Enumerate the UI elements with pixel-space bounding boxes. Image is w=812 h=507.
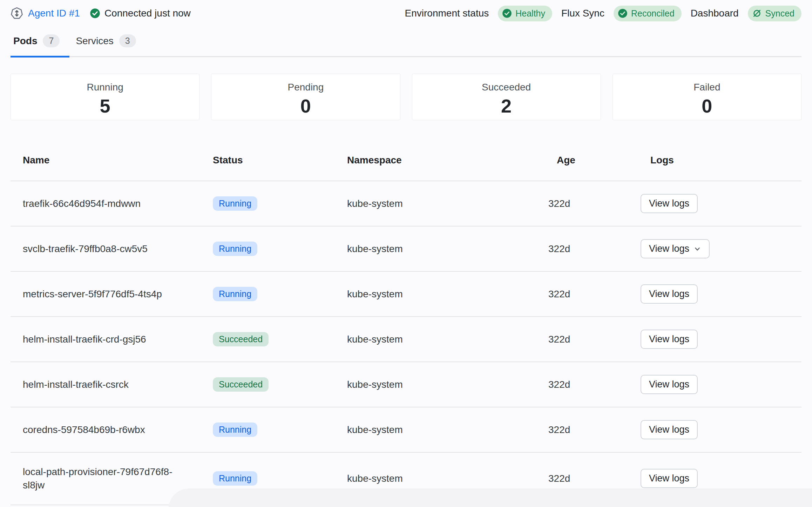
table-row: helm-install-traefik-crd-gsj56 Succeeded… [11, 317, 801, 362]
column-header-name: Name [11, 141, 213, 181]
pod-name: helm-install-traefik-crd-gsj56 [23, 333, 191, 346]
namespace-cell: kube-system [347, 317, 548, 362]
status-badge: Running [213, 196, 257, 211]
top-bar: Agent ID #1 Connected just now Environme… [0, 0, 812, 25]
view-logs-button[interactable]: View logs [641, 420, 698, 439]
view-logs-label: View logs [649, 379, 689, 390]
environment-status-badge-label: Healthy [515, 8, 545, 19]
dashboard-sync-badge: Synced [748, 6, 801, 21]
status-badge: Running [213, 471, 257, 486]
pod-name: local-path-provisioner-79f67d76f8-sl8jw [23, 465, 191, 492]
age-cell: 322d [548, 317, 641, 362]
view-logs-button[interactable]: View logs [641, 469, 698, 488]
view-logs-label: View logs [649, 473, 689, 484]
tab-bar: Pods 7 Services 3 [11, 31, 801, 57]
view-logs-label: View logs [649, 289, 689, 299]
table-row: coredns-597584b69b-r6wbx Running kube-sy… [11, 407, 801, 452]
environment-status-badge: Healthy [498, 6, 552, 21]
card-failed-value: 0 [613, 95, 801, 117]
bottom-panel [168, 488, 812, 507]
view-logs-button[interactable]: View logs [641, 194, 698, 213]
tab-services-label: Services [76, 35, 113, 47]
view-logs-button[interactable]: View logs [641, 330, 698, 349]
namespace-cell: kube-system [347, 226, 548, 271]
namespace-cell: kube-system [347, 407, 548, 452]
dashboard-sync-badge-label: Synced [765, 8, 794, 19]
agent-heptagon-icon [11, 7, 23, 20]
connection-status-text: Connected just now [104, 8, 191, 19]
view-logs-button[interactable]: View logs [641, 239, 710, 258]
age-cell: 322d [548, 407, 641, 452]
card-running-value: 5 [11, 95, 199, 117]
age-cell: 322d [548, 181, 641, 226]
card-pending: Pending 0 [211, 74, 400, 120]
column-header-age: Age [548, 141, 641, 181]
flux-sync-badge: Reconciled [614, 6, 682, 21]
table-row: traefik-66c46d954f-mdwwn Running kube-sy… [11, 181, 801, 226]
view-logs-label: View logs [649, 424, 689, 435]
pod-name: metrics-server-5f9f776df5-4ts4p [23, 288, 191, 301]
summary-cards: Running 5 Pending 0 Succeeded 2 Failed 0 [11, 74, 801, 120]
status-badge: Running [213, 287, 257, 301]
column-header-namespace: Namespace [347, 141, 548, 181]
check-circle-icon [502, 8, 512, 18]
check-circle-icon [618, 8, 628, 18]
status-badge: Running [213, 422, 257, 437]
namespace-cell: kube-system [347, 181, 548, 226]
tab-services-count-badge: 3 [119, 34, 136, 47]
card-failed: Failed 0 [613, 74, 801, 120]
sync-slash-circle-icon [752, 8, 762, 18]
check-circle-icon [90, 8, 100, 19]
namespace-cell: kube-system [347, 271, 548, 317]
age-cell: 322d [548, 271, 641, 317]
view-logs-label: View logs [649, 198, 689, 209]
card-succeeded-label: Succeeded [412, 82, 601, 93]
card-running-label: Running [11, 82, 199, 93]
namespace-cell: kube-system [347, 362, 548, 407]
pod-name: traefik-66c46d954f-mdwwn [23, 197, 191, 210]
card-pending-label: Pending [211, 82, 400, 93]
card-failed-label: Failed [613, 82, 801, 93]
tab-pods[interactable]: Pods 7 [11, 31, 69, 58]
column-header-logs: Logs [641, 141, 801, 181]
table-header-row: Name Status Namespace Age Logs [11, 141, 801, 181]
table-row: helm-install-traefik-csrck Succeeded kub… [11, 362, 801, 407]
status-badge: Succeeded [213, 332, 269, 346]
pod-name: coredns-597584b69b-r6wbx [23, 423, 191, 437]
card-running: Running 5 [11, 74, 199, 120]
flux-sync-badge-label: Reconciled [631, 8, 675, 19]
view-logs-label: View logs [649, 243, 689, 254]
flux-sync-label: Flux Sync [561, 8, 604, 19]
tab-pods-label: Pods [13, 35, 37, 47]
view-logs-button[interactable]: View logs [641, 375, 698, 394]
age-cell: 322d [548, 226, 641, 271]
chevron-down-icon [693, 245, 701, 253]
card-pending-value: 0 [211, 95, 400, 117]
table-row: svclb-traefik-79ffb0a8-cw5v5 Running kub… [11, 226, 801, 271]
dashboard-label: Dashboard [691, 8, 739, 19]
card-succeeded: Succeeded 2 [412, 74, 601, 120]
environment-status-label: Environment status [405, 8, 489, 19]
pods-table: Name Status Namespace Age Logs traefik-6… [11, 141, 801, 505]
tab-pods-count-badge: 7 [43, 34, 60, 47]
view-logs-button[interactable]: View logs [641, 284, 698, 304]
table-row: metrics-server-5f9f776df5-4ts4p Running … [11, 271, 801, 317]
status-badge: Running [213, 242, 257, 256]
status-badge: Succeeded [213, 377, 269, 392]
card-succeeded-value: 2 [412, 95, 601, 117]
age-cell: 322d [548, 362, 641, 407]
tab-services[interactable]: Services 3 [73, 31, 146, 58]
pod-name: helm-install-traefik-csrck [23, 378, 191, 391]
agent-id-link[interactable]: Agent ID #1 [28, 8, 80, 19]
view-logs-label: View logs [649, 334, 689, 345]
column-header-status: Status [213, 141, 347, 181]
pod-name: svclb-traefik-79ffb0a8-cw5v5 [23, 242, 191, 256]
